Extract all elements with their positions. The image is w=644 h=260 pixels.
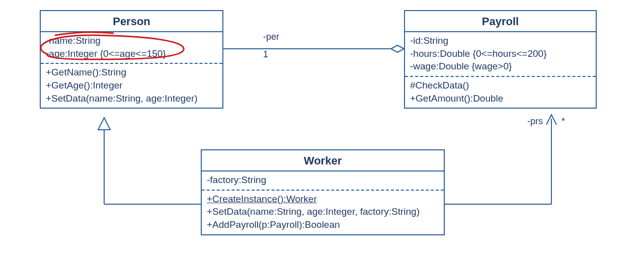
assoc-role-prs: -prs	[527, 116, 543, 127]
assoc-person-payroll	[223, 45, 404, 52]
generalization-arrow-icon	[98, 118, 110, 130]
assoc-mult-prs: *	[561, 116, 565, 127]
class-person-operations: +GetName():String +GetAge():Integer +Set…	[41, 64, 222, 108]
class-person-title: Person	[41, 11, 222, 32]
attribute-line: -id:String	[410, 34, 591, 47]
attribute-line: -age:Integer {0<=age<=150}	[46, 47, 217, 60]
operation-line-static: +CreateInstance():Worker	[207, 193, 439, 206]
assoc-role-per: -per	[263, 32, 279, 42]
operation-line: +GetAge():Integer	[46, 79, 217, 92]
assoc-worker-payroll	[445, 115, 556, 204]
class-payroll-operations: #CheckData() +GetAmount():Double	[405, 77, 596, 108]
attribute-line: -factory:String	[207, 174, 439, 187]
operation-line: +SetData(name:String, age:Integer, facto…	[207, 205, 439, 218]
class-payroll-attributes: -id:String -hours:Double {0<=hours<=200}…	[405, 32, 596, 76]
attribute-line: -hours:Double {0<=hours<=200}	[410, 47, 591, 60]
generalization-worker-person	[98, 118, 201, 204]
navigability-arrow-icon	[546, 115, 556, 125]
operation-line: +AddPayroll(p:Payroll):Boolean	[207, 218, 439, 231]
class-worker: Worker -factory:String +CreateInstance()…	[201, 149, 445, 235]
class-person: Person -name:String -age:Integer {0<=age…	[40, 10, 223, 109]
operation-line: +SetData(name:String, age:Integer)	[46, 92, 217, 105]
operation-line: +GetName():String	[46, 66, 217, 79]
operation-line: #CheckData()	[410, 79, 591, 92]
class-worker-attributes: -factory:String	[202, 171, 444, 190]
assoc-mult-per: 1	[263, 49, 268, 60]
class-person-attributes: -name:String -age:Integer {0<=age<=150}	[41, 32, 222, 63]
class-worker-operations: +CreateInstance():Worker +SetData(name:S…	[202, 191, 444, 234]
attribute-line: -wage:Double {wage>0}	[410, 60, 591, 73]
aggregation-diamond-icon	[391, 45, 404, 52]
class-worker-title: Worker	[202, 150, 444, 171]
operation-line: +GetAmount():Double	[410, 92, 591, 105]
class-payroll-title: Payroll	[405, 11, 596, 32]
class-payroll: Payroll -id:String -hours:Double {0<=hou…	[404, 10, 597, 109]
attribute-line: -name:String	[46, 34, 217, 47]
